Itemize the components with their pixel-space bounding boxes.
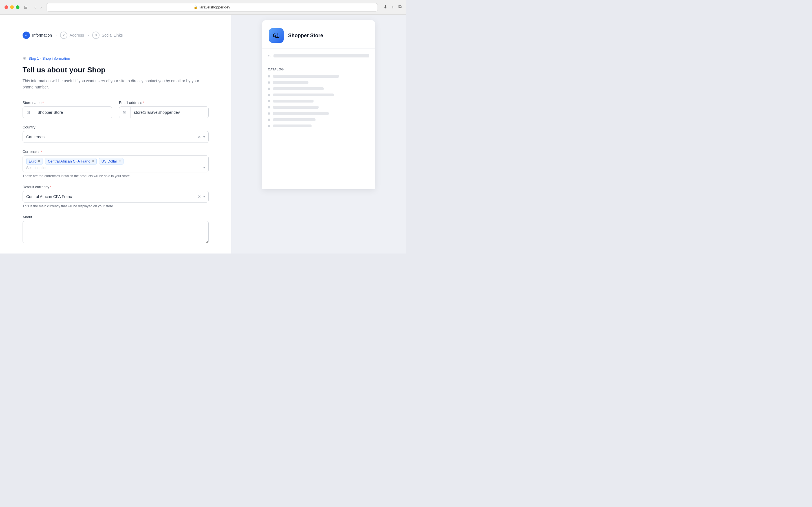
- catalog-dot: [268, 94, 270, 96]
- step-2-circle: 2: [60, 32, 67, 39]
- catalog-item-4: [268, 94, 369, 96]
- step-2-number: 2: [63, 33, 64, 37]
- country-clear-button[interactable]: ✕: [198, 135, 201, 139]
- step-3-circle: 3: [92, 32, 100, 39]
- download-icon[interactable]: ⬇: [384, 4, 387, 10]
- default-currency-group: Default currency * Central African CFA F…: [22, 185, 209, 208]
- stepper: ✓ Information › 2 Address › 3 Social Lin…: [22, 32, 209, 39]
- email-input[interactable]: [131, 110, 208, 115]
- catalog-item-9: [268, 124, 369, 127]
- currency-tag-usd: US Dollar ✕: [99, 158, 124, 165]
- preview-header: 🛍 Shopper Store: [262, 20, 375, 49]
- preview-catalog: CATALOG: [262, 63, 375, 135]
- store-name-required: *: [42, 101, 44, 105]
- currencies-label: Currencies *: [22, 150, 209, 154]
- step-3-item[interactable]: 3 Social Links: [92, 32, 123, 39]
- back-button[interactable]: ‹: [33, 4, 37, 10]
- country-label: Country: [22, 125, 209, 129]
- default-currency-row: Default currency * Central African CFA F…: [22, 185, 209, 208]
- email-icon: ✉: [119, 107, 131, 118]
- step-2-label: Address: [70, 33, 84, 38]
- step-1-item[interactable]: ✓ Information: [22, 32, 52, 39]
- catalog-bar: [273, 81, 308, 84]
- minimize-button[interactable]: [10, 5, 14, 9]
- form-title: Tell us about your Shop: [22, 66, 209, 74]
- default-currency-select[interactable]: Central African CFA Franc ✕ ▾: [22, 191, 209, 203]
- default-currency-required: *: [50, 185, 52, 189]
- catalog-dot: [268, 81, 270, 83]
- step-1-arrow-icon: ›: [55, 33, 57, 38]
- catalog-bar: [273, 124, 312, 127]
- catalog-bar: [273, 106, 319, 109]
- cfa-remove-button[interactable]: ✕: [91, 159, 94, 163]
- store-icon: ⊡: [23, 107, 34, 118]
- email-group: Email address * ✉: [119, 101, 209, 118]
- step-2-arrow-icon: ›: [87, 33, 89, 38]
- store-name-group: Store name * ⊡: [22, 101, 112, 118]
- about-label: About: [22, 215, 209, 219]
- catalog-item-3: [268, 87, 369, 90]
- email-input-wrapper: ✉: [119, 107, 209, 118]
- catalog-item-6: [268, 106, 369, 109]
- step-2-item[interactable]: 2 Address: [60, 32, 84, 39]
- step-3-label: Social Links: [102, 33, 123, 38]
- step-tag: ⊞ Step 1 - Shop information: [22, 56, 209, 61]
- catalog-item-7: [268, 112, 369, 115]
- euro-remove-button[interactable]: ✕: [38, 159, 40, 163]
- main-layout: ✓ Information › 2 Address › 3 Social Lin…: [0, 15, 406, 253]
- country-select[interactable]: Cameroon ✕ ▾: [22, 131, 209, 143]
- close-button[interactable]: [4, 5, 8, 9]
- sidebar-toggle-button[interactable]: ⊞: [24, 4, 28, 10]
- country-select-actions: ✕ ▾: [198, 135, 205, 139]
- default-currency-chevron-icon: ▾: [203, 194, 205, 199]
- step-tag-text: Step 1 - Shop information: [29, 56, 70, 61]
- catalog-item-8: [268, 118, 369, 121]
- new-tab-icon[interactable]: ＋: [391, 4, 395, 10]
- currencies-required: *: [41, 150, 43, 154]
- store-name-input[interactable]: [34, 110, 112, 115]
- windows-icon[interactable]: ⧉: [398, 4, 402, 10]
- traffic-lights: [4, 5, 19, 9]
- country-value: Cameroon: [26, 135, 198, 139]
- preview-logo-icon: 🛍: [269, 28, 284, 43]
- store-name-label: Store name *: [22, 101, 112, 105]
- maximize-button[interactable]: [16, 5, 19, 9]
- currencies-hint: These are the currencies in which the pr…: [22, 174, 209, 178]
- step-3-number: 3: [95, 33, 97, 37]
- step-tag-icon: ⊞: [22, 56, 26, 61]
- catalog-dot: [268, 112, 270, 115]
- default-currency-value: Central African CFA Franc: [26, 194, 198, 199]
- preview-nav: ⌂: [262, 49, 375, 63]
- currencies-footer: Select option ▾: [26, 166, 205, 170]
- default-currency-clear-button[interactable]: ✕: [198, 194, 201, 199]
- catalog-item-5: [268, 100, 369, 103]
- right-panel: 🛍 Shopper Store ⌂ CATALOG: [231, 15, 406, 253]
- catalog-dot: [268, 119, 270, 121]
- currencies-select[interactable]: Euro ✕ Central African CFA Franc ✕ US Do…: [22, 156, 209, 172]
- catalog-dot: [268, 75, 270, 77]
- store-name-input-wrapper: ⊡: [22, 107, 112, 118]
- default-currency-hint: This is the main currency that will be d…: [22, 204, 209, 208]
- lock-icon: 🔒: [194, 5, 198, 9]
- left-panel: ✓ Information › 2 Address › 3 Social Lin…: [0, 15, 231, 253]
- currencies-row: Currencies * Euro ✕ Central African CFA …: [22, 150, 209, 178]
- usd-remove-button[interactable]: ✕: [118, 159, 121, 163]
- catalog-bar: [273, 94, 334, 96]
- forward-button[interactable]: ›: [39, 4, 43, 10]
- currencies-chevron-icon: ▾: [203, 166, 205, 170]
- currencies-group: Currencies * Euro ✕ Central African CFA …: [22, 150, 209, 178]
- about-textarea[interactable]: [22, 221, 209, 243]
- currency-tag-cfa: Central African CFA Franc ✕: [45, 158, 96, 165]
- address-bar[interactable]: 🔒 laravelshopper.dev: [46, 3, 378, 11]
- email-required: *: [143, 101, 144, 105]
- nav-buttons: ‹ ›: [33, 4, 43, 10]
- catalog-bar: [273, 100, 313, 103]
- catalog-dot: [268, 106, 270, 108]
- catalog-bar: [273, 75, 339, 78]
- catalog-bar: [273, 112, 329, 115]
- catalog-bar: [273, 87, 324, 90]
- country-chevron-icon: ▾: [203, 135, 205, 139]
- currency-tags-row: Euro ✕ Central African CFA Franc ✕ US Do…: [26, 158, 205, 165]
- currencies-placeholder: Select option: [26, 166, 47, 170]
- about-row: About: [22, 215, 209, 244]
